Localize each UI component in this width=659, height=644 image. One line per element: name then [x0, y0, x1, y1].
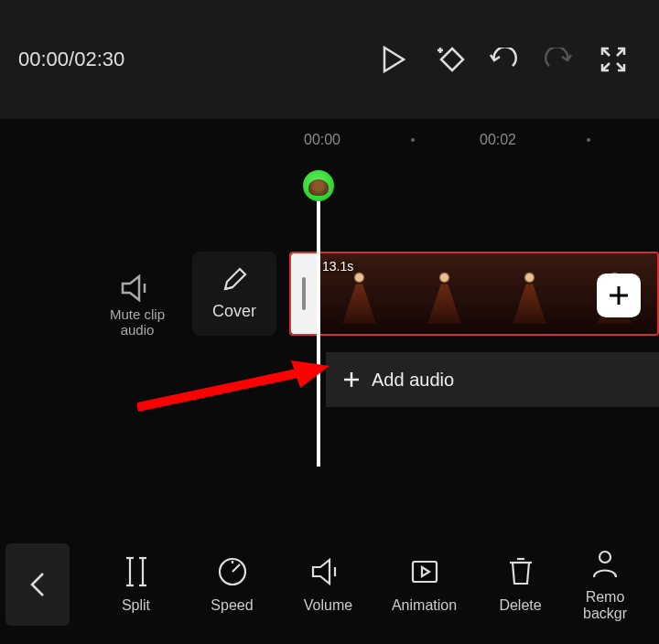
add-audio-label: Add audio [372, 370, 454, 391]
playhead-line[interactable] [317, 192, 320, 467]
timeline-area[interactable]: Mute clip audio Cover 13.1s Add audio [0, 165, 659, 476]
svg-line-24 [232, 564, 240, 572]
back-button[interactable] [5, 543, 70, 626]
clip-trim-handle-left[interactable] [291, 253, 317, 334]
plus-icon [342, 370, 361, 389]
animation-icon [409, 558, 440, 585]
play-icon [382, 46, 405, 73]
mute-label-1: Mute clip [110, 306, 165, 322]
thumbnail-frame [487, 253, 572, 334]
ruler-dot [411, 138, 415, 142]
svg-point-32 [600, 552, 610, 563]
time-counter: 00:00/02:30 [18, 48, 124, 71]
pencil-icon [221, 267, 247, 293]
tool-split[interactable]: Split [88, 555, 184, 614]
ruler-dot [587, 138, 590, 142]
ruler-tick-0: 00:00 [304, 132, 340, 148]
undo-button[interactable] [476, 32, 531, 87]
tool-speed[interactable]: Speed [184, 555, 280, 614]
cover-label: Cover [212, 302, 256, 321]
playhead-knob[interactable] [303, 170, 334, 201]
tool-remove-background[interactable]: Remo backgr [568, 547, 642, 622]
person-icon [589, 548, 621, 579]
add-clip-button[interactable] [597, 274, 641, 317]
tool-removebg-label-2: backgr [583, 606, 627, 621]
ruler-tick-1: 00:02 [480, 132, 516, 148]
fullscreen-button[interactable] [586, 32, 641, 87]
bottom-toolbar: Split Speed Volume Animation [0, 525, 659, 644]
svg-line-15 [137, 373, 297, 407]
top-bar: 00:00/02:30 [0, 0, 659, 119]
mute-clip-audio-button[interactable]: Mute clip audio [87, 270, 188, 338]
clip-thumbnails[interactable]: 13.1s [317, 253, 657, 334]
speaker-icon [121, 274, 154, 302]
keyframe-plus-icon [432, 46, 465, 73]
svg-marker-3 [441, 48, 463, 70]
timeline-ruler[interactable]: 00:00 00:02 [0, 119, 659, 165]
svg-rect-28 [413, 562, 437, 582]
undo-icon [489, 48, 518, 71]
mute-label-2: audio [121, 322, 155, 338]
cover-button[interactable]: Cover [192, 252, 276, 336]
svg-marker-16 [291, 360, 330, 388]
tool-split-label: Split [122, 597, 150, 614]
tool-delete-label: Delete [499, 597, 541, 614]
speed-icon [217, 556, 248, 587]
tool-animation-label: Animation [392, 597, 457, 614]
video-clip[interactable]: 13.1s [289, 252, 659, 336]
tool-removebg-label-1: Remo [586, 589, 625, 605]
add-audio-button[interactable]: Add audio [326, 352, 659, 407]
svg-marker-26 [313, 560, 330, 584]
volume-icon [311, 558, 346, 585]
fullscreen-icon [600, 47, 626, 72]
trash-icon [507, 556, 535, 587]
split-icon [123, 556, 150, 587]
svg-marker-0 [384, 48, 404, 71]
redo-icon [544, 48, 573, 71]
annotation-arrow [137, 357, 330, 412]
redo-button[interactable] [531, 32, 586, 87]
svg-marker-8 [123, 276, 139, 300]
tool-delete[interactable]: Delete [472, 555, 568, 614]
tool-volume-label: Volume [304, 597, 352, 614]
thumbnail-frame [402, 253, 487, 334]
plus-icon [607, 284, 631, 307]
keyframe-button[interactable] [421, 32, 476, 87]
svg-marker-29 [422, 567, 429, 576]
play-button[interactable] [366, 32, 421, 87]
tool-animation[interactable]: Animation [376, 555, 472, 614]
tool-speed-label: Speed [211, 597, 253, 614]
chevron-left-icon [28, 570, 47, 599]
tool-volume[interactable]: Volume [280, 555, 376, 614]
clip-duration: 13.1s [322, 259, 353, 274]
